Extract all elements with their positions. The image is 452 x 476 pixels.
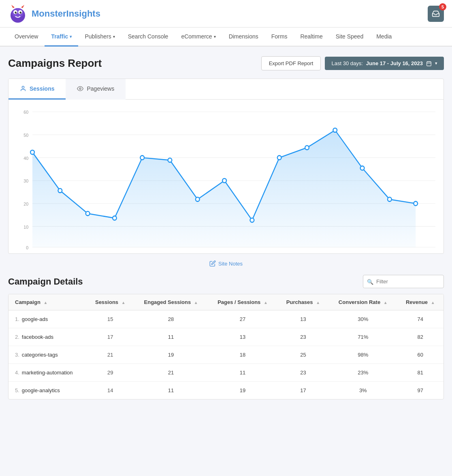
td-revenue: 74 [397,310,443,328]
sessions-chart: 60 50 40 30 20 10 0 [17,108,435,249]
nav-item-forms[interactable]: Forms [265,28,294,47]
td-engaged-sessions: 19 [134,346,208,364]
td-conversion-rate: 3% [329,382,397,400]
td-purchases: 23 [277,364,329,382]
sort-icon: ▲ [194,300,198,305]
th-campaign: Campaign ▲ [9,294,87,310]
nav-item-ecommerce[interactable]: eCommerce▾ [175,28,222,47]
td-sessions: 14 [87,382,134,400]
td-campaign: 5.google-analytics [9,382,87,400]
th-revenue: Revenue ▲ [397,294,443,310]
report-title: Campaigns Report [8,57,102,70]
td-revenue: 60 [397,346,443,364]
nav-item-realtime[interactable]: Realtime [294,28,329,47]
svg-point-41 [305,146,309,150]
svg-text:40: 40 [23,155,28,160]
td-purchases: 17 [277,382,329,400]
nav-item-site-speed[interactable]: Site Speed [329,28,370,47]
svg-text:30: 30 [23,178,28,183]
chevron-down-icon: ▾ [113,34,115,39]
td-revenue: 97 [397,382,443,400]
nav-item-dimensions[interactable]: Dimensions [222,28,265,47]
td-engaged-sessions: 21 [134,364,208,382]
tab-pageviews[interactable]: Pageviews [66,79,126,100]
chart-container: Sessions Pageviews 60 50 40 30 20 10 0 [8,79,444,254]
svg-point-31 [30,150,34,154]
notification-button[interactable]: 5 [428,6,444,22]
td-campaign: 1.google-ads [9,310,87,328]
svg-point-33 [86,211,90,215]
svg-point-37 [196,197,200,201]
svg-point-44 [388,197,392,201]
campaign-details-header: Campaign Details 🔍 [8,275,444,288]
td-campaign: 4.marketing-automation [9,364,87,382]
td-engaged-sessions: 11 [134,328,208,346]
td-sessions: 15 [87,310,134,328]
td-sessions: 29 [87,364,134,382]
svg-rect-10 [427,62,431,66]
campaign-table-wrap: Campaign ▲ Sessions ▲ Engaged Sessions ▲… [8,294,444,400]
th-purchases: Purchases ▲ [277,294,329,310]
svg-point-39 [250,218,254,222]
table-header-row: Campaign ▲ Sessions ▲ Engaged Sessions ▲… [9,294,443,310]
date-range-button[interactable]: Last 30 days: June 17 - July 16, 2023 ▾ [325,57,444,70]
logo-text-plain: Monster [32,8,66,19]
svg-text:60: 60 [23,110,28,115]
filter-wrap: 🔍 [363,275,444,288]
td-engaged-sessions: 11 [134,382,208,400]
td-sessions: 17 [87,328,134,346]
tab-sessions[interactable]: Sessions [9,79,66,100]
svg-point-15 [79,88,81,89]
svg-point-40 [277,155,281,159]
campaign-details-title: Campaign Details [8,276,83,287]
td-conversion-rate: 30% [329,310,397,328]
svg-point-43 [360,166,365,170]
th-pages-sessions: Pages / Sessions ▲ [208,294,277,310]
nav-item-media[interactable]: Media [370,28,398,47]
nav-item-traffic[interactable]: Traffic▾ [45,28,78,47]
sort-icon: ▲ [43,300,47,305]
nav-item-search-console[interactable]: Search Console [122,28,175,47]
nav-item-publishers[interactable]: Publishers▾ [78,28,121,47]
td-pages-sessions: 19 [208,382,277,400]
td-pages-sessions: 27 [208,310,277,328]
logo-icon [8,4,28,23]
report-actions: Export PDF Report Last 30 days: June 17 … [261,56,444,70]
main-content: Campaigns Report Export PDF Report Last … [0,47,452,409]
inbox-icon [432,10,440,18]
svg-point-7 [21,12,21,13]
svg-point-35 [140,155,144,159]
chevron-down-icon: ▾ [435,61,437,66]
date-range: June 17 - July 16, 2023 [366,60,423,66]
svg-point-14 [22,86,24,88]
table-row: 4.marketing-automation 29 21 11 23 23% 8… [9,364,443,382]
svg-text:20: 20 [23,202,28,206]
calendar-icon [426,61,432,66]
date-prefix: Last 30 days: [331,60,362,66]
notification-badge: 5 [439,3,446,11]
svg-point-42 [333,128,337,132]
svg-point-6 [16,12,17,13]
chevron-down-icon: ▾ [70,34,72,39]
filter-input[interactable] [363,275,444,288]
header: MonsterInsights 5 [0,0,452,28]
export-pdf-button[interactable]: Export PDF Report [261,56,321,70]
td-pages-sessions: 11 [208,364,277,382]
th-sessions: Sessions ▲ [87,294,134,310]
td-campaign: 3.categories-tags [9,346,87,364]
svg-point-45 [414,202,418,206]
svg-point-32 [58,189,62,193]
nav-item-overview[interactable]: Overview [8,28,45,47]
td-revenue: 82 [397,328,443,346]
td-purchases: 23 [277,328,329,346]
td-sessions: 21 [87,346,134,364]
svg-point-36 [168,158,172,162]
chart-body: 60 50 40 30 20 10 0 [9,100,443,253]
svg-text:50: 50 [23,133,28,138]
td-pages-sessions: 18 [208,346,277,364]
campaign-table: Campaign ▲ Sessions ▲ Engaged Sessions ▲… [9,294,443,399]
td-pages-sessions: 13 [208,328,277,346]
td-purchases: 13 [277,310,329,328]
td-campaign: 2.facebook-ads [9,328,87,346]
site-notes-button[interactable]: Site Notes [209,260,243,267]
